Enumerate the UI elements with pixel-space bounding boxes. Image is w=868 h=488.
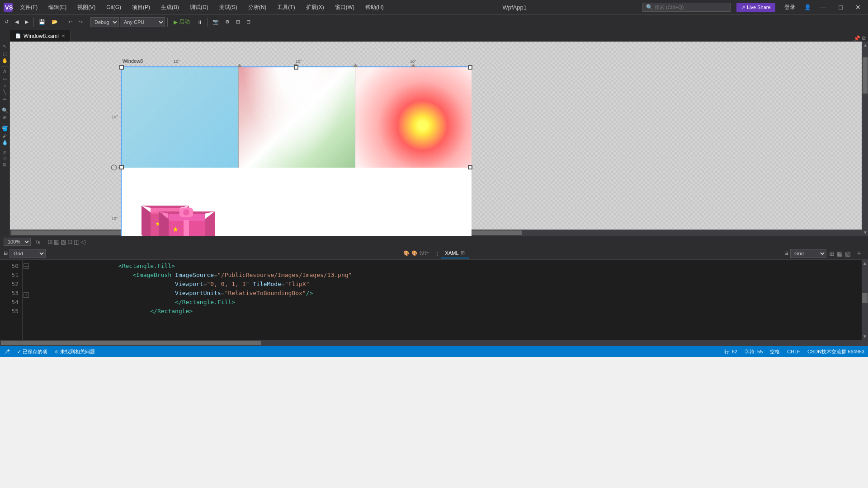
text-icon[interactable]: A xyxy=(3,69,6,74)
selection-handle-ml[interactable] xyxy=(119,165,124,169)
rect-icon[interactable]: ▭ xyxy=(3,75,7,81)
code-scroll-up[interactable]: ▲ xyxy=(862,260,868,267)
right-vertical-scrollbar[interactable]: ▲ ▼ xyxy=(862,42,868,236)
maximize-button[interactable]: □ xyxy=(835,3,846,12)
xaml-tab[interactable]: XAML ⊞ xyxy=(441,248,469,258)
menu-project[interactable]: 项目(P) xyxy=(128,2,154,13)
fold-btn-50[interactable]: — xyxy=(24,263,29,269)
toolbar-redo-btn[interactable]: ↪ xyxy=(76,18,85,26)
toolbar-forward-btn[interactable]: ▶ xyxy=(22,18,31,26)
zoom-in-icon[interactable]: 🔍 xyxy=(2,108,8,113)
component-icon[interactable]: ⬡ xyxy=(3,156,7,161)
login-button[interactable]: 登录 xyxy=(781,2,799,13)
select-icon[interactable]: ⬚ xyxy=(3,51,7,56)
move-handle-left[interactable]: ⬡ xyxy=(111,163,117,171)
code-scroll-down[interactable]: ▼ xyxy=(862,333,868,340)
single-view-icon[interactable]: ▧ xyxy=(61,238,66,245)
menu-extensions[interactable]: 扩展(X) xyxy=(302,2,328,13)
fold-btn-54[interactable]: + xyxy=(24,292,29,298)
tab-close-button[interactable]: ✕ xyxy=(61,33,65,38)
menu-analyze[interactable]: 分析(N) xyxy=(245,2,270,13)
tab-gear-icon[interactable]: ⚙ xyxy=(861,35,866,42)
list-view-icon[interactable]: ▦ xyxy=(54,238,60,245)
error-status: ⊙ 未找到相关问题 xyxy=(55,348,95,355)
selection-handle-tr[interactable] xyxy=(468,65,472,70)
tab-window8-xaml[interactable]: 📄 Window8.xaml ✕ xyxy=(10,30,71,42)
path-icon[interactable]: ✏ xyxy=(3,97,7,103)
brush-icon[interactable]: 🖌 xyxy=(2,133,7,138)
menu-window[interactable]: 窗口(W) xyxy=(331,2,358,13)
design-tab[interactable]: 🎨 🎨 设计 xyxy=(399,248,434,258)
toolbar-pause-btn[interactable]: ⏸ xyxy=(194,18,205,26)
toolbar-refresh-btn[interactable]: ↺ xyxy=(2,18,11,26)
design-swap-icon[interactable]: ↕ xyxy=(434,250,441,257)
close-button[interactable]: ✕ xyxy=(852,3,864,12)
element-selector-right[interactable]: Grid xyxy=(790,249,826,258)
paint-icon[interactable]: 🪣 xyxy=(2,126,8,131)
view-split-icon[interactable]: ⊞ xyxy=(828,250,835,257)
toggle-view-icon[interactable]: ◁ xyxy=(80,238,85,245)
formula-button[interactable]: fx xyxy=(34,239,42,245)
scroll-down-arrow[interactable]: ▼ xyxy=(862,229,868,236)
code-scroll-thumb[interactable] xyxy=(862,293,868,303)
view-single-icon[interactable]: ▦ xyxy=(836,250,844,257)
toolbar-layout-btn[interactable]: ⊞ xyxy=(233,18,243,26)
fold-btn-51[interactable]: · xyxy=(24,271,29,276)
menu-test[interactable]: 测试(S) xyxy=(216,2,241,13)
selection-handle-tc[interactable] xyxy=(294,65,298,70)
eyedrop-icon[interactable]: 💧 xyxy=(2,140,8,145)
pan-icon[interactable]: ⊕ xyxy=(3,115,7,121)
xaml-expand-icon[interactable]: ⊞ xyxy=(461,250,465,256)
code-h-scrollbar[interactable] xyxy=(0,340,868,346)
debug-mode-select[interactable]: Debug xyxy=(90,17,119,27)
toolbar-settings-btn[interactable]: ⚙ xyxy=(222,18,232,26)
selection-handle-mr[interactable] xyxy=(468,165,472,169)
pointer-icon[interactable]: ↖ xyxy=(3,43,7,49)
toolbar-camera-btn[interactable]: 📷 xyxy=(210,18,222,26)
grid-handle-top-1[interactable] xyxy=(237,64,242,67)
code-scroll-track[interactable] xyxy=(862,267,868,333)
ellipse-icon[interactable]: ○ xyxy=(3,83,6,88)
code-h-scroll-thumb[interactable] xyxy=(1,341,261,345)
element-selector-left[interactable]: Grid xyxy=(9,249,46,258)
search-input[interactable] xyxy=(655,5,727,10)
selection-handle-tl[interactable] xyxy=(119,65,124,70)
code-right-scrollbar[interactable]: ▲ ▼ xyxy=(862,260,868,340)
zoom-select[interactable]: 100% xyxy=(4,238,31,246)
live-share-button[interactable]: ↗ Live Share xyxy=(736,3,775,12)
grid-handle-top-3[interactable] xyxy=(353,64,358,67)
scroll-up-arrow[interactable]: ▲ xyxy=(862,42,868,48)
line-num-51: 51 xyxy=(2,271,19,280)
hand-icon[interactable]: ✋ xyxy=(2,58,8,64)
template-icon[interactable]: ▤ xyxy=(3,162,7,167)
scroll-thumb[interactable] xyxy=(863,57,868,94)
toolbar-undo-btn[interactable]: ↩ xyxy=(66,18,75,26)
add-element-btn[interactable]: ＋ xyxy=(854,249,864,258)
run-button[interactable]: ▶ 启动 xyxy=(170,17,193,27)
scroll-track[interactable] xyxy=(862,48,868,229)
menu-view[interactable]: 视图(V) xyxy=(74,2,99,13)
platform-select[interactable]: Any CPU xyxy=(120,17,165,27)
menu-debug[interactable]: 调试(D) xyxy=(186,2,212,13)
line-icon[interactable]: ╲ xyxy=(3,89,6,95)
grid-handle-top-4[interactable] xyxy=(410,64,416,67)
toolbar-back-btn[interactable]: ◀ xyxy=(12,18,21,26)
view-expand-icon[interactable]: ▧ xyxy=(844,250,852,257)
toolbar-save-btn[interactable]: 💾 xyxy=(36,18,48,26)
menu-file[interactable]: 文件(F) xyxy=(16,2,41,13)
menu-edit[interactable]: 编辑(E) xyxy=(45,2,70,13)
menu-git[interactable]: Git(G) xyxy=(103,2,125,12)
collapse-icon[interactable]: ◫ xyxy=(74,238,80,245)
toolbar-grid-btn[interactable]: ⊟ xyxy=(244,18,253,26)
toolbar-open-btn[interactable]: 📂 xyxy=(49,18,61,26)
expand-icon[interactable]: ⊟ xyxy=(67,238,73,245)
tab-pin-icon[interactable]: 📌 xyxy=(854,35,860,42)
minimize-button[interactable]: — xyxy=(816,3,830,12)
menu-build[interactable]: 生成(B) xyxy=(157,2,183,13)
menu-tools[interactable]: 工具(T) xyxy=(274,2,298,13)
grid-view-icon[interactable]: ⊞ xyxy=(47,238,53,245)
menu-help[interactable]: 帮助(H) xyxy=(362,2,387,13)
app-title: WpfApp1 xyxy=(503,4,527,11)
asset-icon[interactable]: ⊞ xyxy=(3,150,7,155)
code-content[interactable]: <Rectangle.Fill> <ImageBrush ImageSource… xyxy=(30,260,862,340)
